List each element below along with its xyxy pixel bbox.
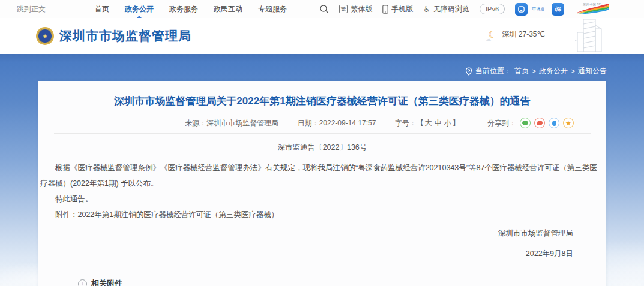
market-app-icon [515,3,528,16]
site-header: ★ 深圳市市场监督管理局 ☾ 深圳 27-35℃ [0,18,644,54]
paragraph-main: 根据《医疗器械监督管理条例》《医疗器械经营监督管理办法》有关规定，现将我局注销的… [40,160,604,191]
main-nav: 首页 政务公开 政务服务 政民互动 专题服务 [95,1,287,18]
weather-moon-icon: ☾ [488,29,496,40]
signature-date: 2022年9月8日 [38,246,573,261]
accessibility-link[interactable]: ♿ 无障碍浏览 [423,4,469,14]
article-meta: 来源：深圳市市场监督管理局 日期：2022-09-14 17:57 字号：【大中… [62,116,582,130]
nav-home[interactable]: 首页 [95,1,109,18]
meta-source: 来源：深圳市市场监督管理局 [185,119,278,127]
site-title[interactable]: 深圳市市场监督管理局 [59,28,191,44]
top-utility-bar: 跳到正文 首页 政务公开 政务服务 政民互动 专题服务 繁 繁体版 手机版 ♿ … [0,0,644,18]
wechat-share-icon[interactable] [520,118,531,128]
article-body: 根据《医疗器械监督管理条例》《医疗器械经营监督管理办法》有关规定，现将我局注销的… [40,160,604,222]
skip-to-content-link[interactable]: 跳到正文 [17,4,46,14]
signature-agency: 深圳市市场监督管理局 [38,226,573,240]
font-size-control: 字号：【大中小】 [395,119,460,127]
breadcrumb-notices[interactable]: 通知公告 [578,66,607,76]
nav-special-topics[interactable]: 专题服务 [258,1,287,18]
document-number: 深市监通告〔2022〕136号 [38,143,606,153]
share-box: 分享到： ★ [487,116,574,130]
font-size-small[interactable]: 小 [444,119,451,127]
breadcrumb-label: 当前位置： [475,66,511,76]
market-app-badge[interactable]: 市场通 [515,3,541,16]
market-app-caption: 市场通 [532,7,541,11]
breadcrumb-gov-disclosure[interactable]: 政务公开 [539,66,568,76]
svg-text:深圳·中国 SZ: 深圳·中国 SZ [583,2,600,7]
top-tools: 繁 繁体版 手机版 ♿ 无障碍浏览 IPv6 市场通 i深 深圳·中国 SZ [319,1,609,17]
attachments-section: ↓ 相关附件 2022年第1期注销的医疗器械经营许可证（第三类医疗器械）.doc [38,278,606,286]
download-icon: ↓ [78,279,87,286]
share-label: 分享到： [487,116,516,130]
page-background: 当前位置： 首页 > 政务公开 > 通知公告 深圳市市场监督管理局关于2022年… [0,54,644,286]
nav-gov-disclosure[interactable]: 政务公开 [125,1,154,18]
paragraph-attachment-ref: 附件：2022年第1期注销的医疗器械经营许可证（第三类医疗器械） [40,207,604,222]
weibo-share-icon[interactable] [534,118,545,128]
ishenzhen-app-icon[interactable]: i深 [552,3,564,16]
mobile-version-link[interactable]: 手机版 [382,4,413,14]
traditional-icon: 繁 [339,5,348,13]
paragraph-notice: 特此通告。 [40,191,604,207]
search-icon[interactable] [319,4,329,14]
building-sketch [569,17,611,54]
meta-divider [54,133,591,134]
traditional-chinese-toggle[interactable]: 繁 繁体版 [339,4,372,14]
breadcrumb-home[interactable]: 首页 [514,66,529,76]
weather-widget: ☾ 深圳 27-35℃ [488,29,545,40]
nav-gov-services[interactable]: 政务服务 [169,1,198,18]
agency-emblem-icon: ★ [36,27,54,45]
location-pin-icon [465,67,472,76]
meta-date: 日期：2022-09-14 17:57 [298,119,376,127]
article-title: 深圳市市场监督管理局关于2022年第1期注销医疗器械经营许可证（第三类医疗器械）… [62,94,582,109]
attachments-header: ↓ 相关附件 [78,278,606,286]
qq-share-icon[interactable] [549,118,559,128]
favorite-share-icon[interactable]: ★ [563,118,574,128]
wheelchair-icon: ♿ [423,5,430,14]
shenzhen-city-logo[interactable]: 深圳·中国 SZ [574,1,609,17]
nav-interaction[interactable]: 政民互动 [214,1,242,18]
weather-text: 深圳 27-35℃ [502,29,545,40]
ipv6-badge[interactable]: IPv6 [480,4,505,14]
signature-block: 深圳市市场监督管理局 2022年9月8日 [38,226,573,261]
font-size-large[interactable]: 大 [425,119,432,127]
phone-icon [382,5,388,14]
attachments-title: 相关附件 [91,278,122,286]
article-card: 深圳市市场监督管理局关于2022年第1期注销医疗器械经营许可证（第三类医疗器械）… [38,81,606,286]
font-size-medium[interactable]: 中 [435,119,442,127]
breadcrumb: 当前位置： 首页 > 政务公开 > 通知公告 [465,66,607,76]
